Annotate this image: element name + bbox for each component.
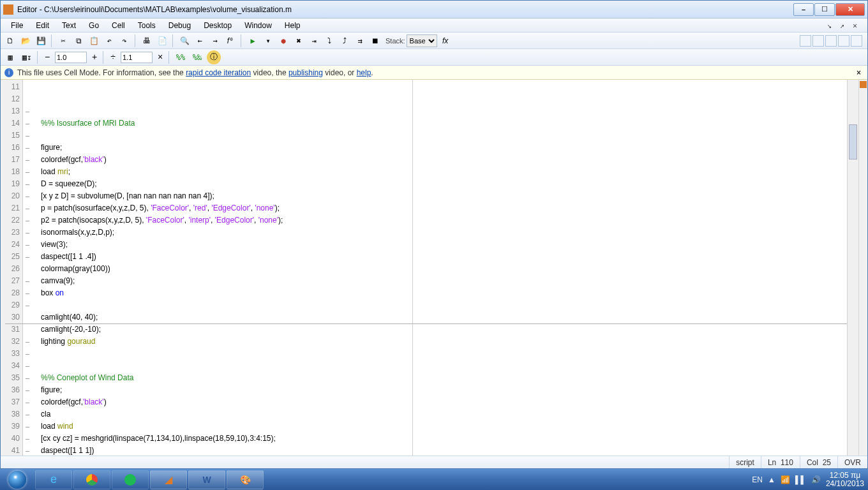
line-number[interactable]: 17 <box>1 154 22 166</box>
code-line[interactable]: box on <box>41 287 847 299</box>
line-number[interactable]: 13 <box>1 105 22 117</box>
tray-network-icon[interactable]: 📶 <box>781 475 790 484</box>
goto-fn-button[interactable]: f⁰ <box>223 34 237 48</box>
zoom-div[interactable]: ÷ <box>108 52 118 63</box>
cell-help-button[interactable]: ⓘ <box>207 50 221 64</box>
code-line[interactable]: p2 = patch(isocaps(x,y,z,D, 5), 'FaceCol… <box>41 214 847 226</box>
tile-4-button[interactable] <box>838 35 849 47</box>
undock-icon[interactable]: ↗ <box>840 21 849 30</box>
tray-clock[interactable]: 12:05 πμ 24/10/2013 <box>826 471 864 488</box>
save-button[interactable]: 💾 <box>34 34 48 48</box>
zoom-mult[interactable]: × <box>155 52 165 63</box>
taskbar-ie[interactable]: e <box>35 470 72 489</box>
link-rapid-code[interactable]: rapid code iteration <box>186 68 251 77</box>
line-number[interactable]: 35 <box>1 372 22 384</box>
fx-button[interactable]: fx <box>438 34 453 48</box>
line-number[interactable]: 14 <box>1 117 22 130</box>
message-indicator-column[interactable] <box>858 80 867 456</box>
code-line[interactable]: colordef(gcf,'black') <box>41 154 847 166</box>
close-doc-icon[interactable]: ✕ <box>853 21 862 30</box>
line-number[interactable]: 16 <box>1 142 22 154</box>
undo-button[interactable]: ↶ <box>102 34 116 48</box>
step-button[interactable]: ⇥ <box>307 34 321 48</box>
forward-button[interactable]: → <box>208 34 222 48</box>
insert-cell-break-button[interactable]: %% <box>174 50 188 64</box>
eval-advance-button[interactable]: ▦↧ <box>20 50 34 64</box>
vertical-scrollbar[interactable] <box>847 80 858 456</box>
code-line[interactable]: colormap(gray(100)) <box>41 263 847 275</box>
step-out-button[interactable]: ⤴ <box>338 34 352 48</box>
clear-breakpoints-button[interactable]: ✖ <box>292 34 306 48</box>
line-number[interactable]: 36 <box>1 384 22 396</box>
line-number[interactable]: 32 <box>1 336 22 348</box>
line-number[interactable]: 37 <box>1 396 22 408</box>
exit-debug-button[interactable]: ⏹ <box>368 34 382 48</box>
line-number[interactable]: 18 <box>1 166 22 178</box>
minimize-button[interactable] <box>793 3 814 16</box>
zoom-minus-1[interactable]: − <box>42 52 52 63</box>
code-line[interactable]: load wind <box>41 420 847 433</box>
code-line[interactable]: daspect([1 1 .4]) <box>41 251 847 263</box>
code-line[interactable]: camlight(40, 40); <box>41 311 847 323</box>
line-number[interactable]: 25 <box>1 251 22 263</box>
line-number[interactable]: 24 <box>1 239 22 251</box>
line-number[interactable]: 33 <box>1 348 22 360</box>
taskbar-spotify[interactable] <box>112 470 149 489</box>
windows-taskbar[interactable]: e ◢ W 🎨 EN ▲ 📶 ▌▌ 🔊 12:05 πμ 24/10/2013 <box>0 469 868 490</box>
zoom-plus-1[interactable]: + <box>89 52 100 63</box>
system-tray[interactable]: EN ▲ 📶 ▌▌ 🔊 12:05 πμ 24/10/2013 <box>752 471 868 488</box>
line-number[interactable]: 38 <box>1 408 22 420</box>
print-button[interactable]: 🖶 <box>140 34 154 48</box>
taskbar-paint[interactable]: 🎨 <box>227 470 264 489</box>
set-breakpoint-button[interactable]: ● <box>276 34 290 48</box>
menu-window[interactable]: Window <box>238 20 278 31</box>
link-publishing[interactable]: publishing <box>288 68 323 77</box>
new-button[interactable]: 🗋 <box>3 34 17 48</box>
insert-cell-text-button[interactable]: %‰ <box>190 50 204 64</box>
code-line[interactable]: view(3); <box>41 239 847 251</box>
tray-volume-icon[interactable]: 🔊 <box>811 475 821 484</box>
code-line[interactable]: camva(9); <box>41 275 847 287</box>
open-button[interactable]: 📂 <box>19 34 33 48</box>
code-line[interactable]: cla <box>41 408 847 420</box>
code-line[interactable] <box>41 299 847 311</box>
code-line[interactable]: lighting gouraud <box>41 336 847 348</box>
line-number[interactable]: 29 <box>1 299 22 311</box>
info-close-button[interactable]: × <box>854 68 864 77</box>
code-line[interactable]: daspect([1 1 1]) <box>41 445 847 456</box>
code-line[interactable]: %% Coneplot of Wind Data <box>41 372 847 384</box>
cut-button[interactable]: ✂ <box>56 34 70 48</box>
code-analyzer-status-icon[interactable] <box>860 81 867 88</box>
menu-help[interactable]: Help <box>278 20 307 31</box>
line-number[interactable]: 11 <box>1 81 22 93</box>
line-number[interactable]: 28 <box>1 287 22 299</box>
line-number[interactable]: 41 <box>1 445 22 456</box>
line-number[interactable]: 30 <box>1 311 22 323</box>
menu-file[interactable]: File <box>4 20 29 31</box>
redo-button[interactable]: ↷ <box>117 34 131 48</box>
step-in-button[interactable]: ⤵ <box>322 34 336 48</box>
code-line[interactable] <box>41 130 847 142</box>
start-button[interactable] <box>0 469 34 490</box>
tile-3-button[interactable] <box>825 35 837 47</box>
tile-1-button[interactable] <box>800 35 811 47</box>
taskbar-matlab[interactable]: ◢ <box>150 470 187 489</box>
code-line[interactable] <box>41 360 847 372</box>
code-line[interactable]: camlight(-20,-10); <box>41 323 847 336</box>
taskbar-word[interactable]: W <box>188 470 225 489</box>
code-line[interactable]: p = patch(isosurface(x,y,z,D, 5), 'FaceC… <box>41 202 847 214</box>
line-number[interactable]: 27 <box>1 275 22 287</box>
line-number[interactable]: 40 <box>1 433 22 445</box>
dock-icon[interactable]: ↘ <box>827 21 836 30</box>
back-button[interactable]: ← <box>193 34 207 48</box>
line-gutter[interactable]: 1112131415161718192021222324252627282930… <box>1 80 23 456</box>
code-line[interactable]: %% Isosurface of MRI Data <box>41 117 847 130</box>
find-button[interactable]: 🔍 <box>177 34 191 48</box>
scrollbar-thumb[interactable] <box>849 124 857 160</box>
tray-lang[interactable]: EN <box>752 475 763 484</box>
line-number[interactable]: 19 <box>1 178 22 190</box>
line-number[interactable]: 26 <box>1 263 22 275</box>
stack-select[interactable]: Base <box>407 34 437 47</box>
line-number[interactable]: 15 <box>1 130 22 142</box>
code-line[interactable]: figure; <box>41 384 847 396</box>
